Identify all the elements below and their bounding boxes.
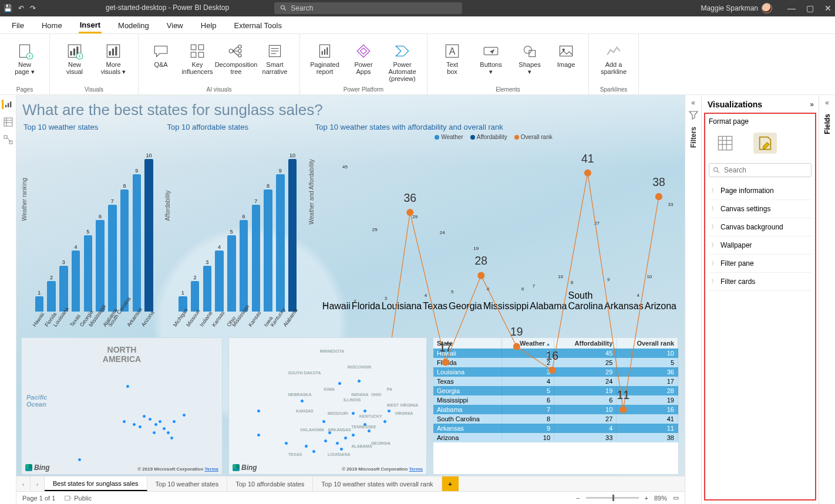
table-row[interactable]: Florida2255: [433, 358, 678, 367]
bar-group[interactable]: 710Alabama: [528, 141, 567, 312]
menu-tab-home[interactable]: Home: [41, 18, 63, 32]
terms-link[interactable]: Terms: [409, 466, 423, 472]
model-view-button[interactable]: [3, 135, 14, 144]
map-marker[interactable]: [172, 420, 176, 424]
bar-group[interactable]: 145Hawaii: [321, 141, 351, 312]
chart-combined[interactable]: Top 10 weather states with affordability…: [308, 123, 679, 334]
bar[interactable]: 7Kansas: [251, 198, 261, 312]
bar[interactable]: 8South Carolina: [119, 183, 130, 312]
map-us[interactable]: Bing © 2019 Microsoft Corporation Terms …: [228, 337, 427, 475]
bar[interactable]: 5Georgia: [83, 229, 93, 312]
expand-fields[interactable]: «: [825, 99, 829, 107]
bar[interactable]: 6Mississippi: [238, 214, 249, 312]
map-marker[interactable]: [304, 444, 308, 448]
map-marker[interactable]: [257, 409, 261, 413]
search-box[interactable]: Search: [274, 2, 462, 14]
smart-narr-button[interactable]: Smartnarrative: [256, 38, 294, 75]
map-marker[interactable]: [383, 420, 387, 424]
map-marker[interactable]: [78, 458, 82, 462]
map-marker[interactable]: [344, 436, 348, 440]
data-table[interactable]: StateWeather▲AffordabilityOverall rankHa…: [433, 337, 679, 475]
terms-link[interactable]: Terms: [205, 466, 218, 472]
table-row[interactable]: South Carolina82741: [433, 414, 678, 424]
bar[interactable]: 5Ohio: [226, 229, 237, 312]
format-search[interactable]: Search: [709, 163, 812, 177]
map-marker[interactable]: [367, 429, 371, 433]
bar[interactable]: 9Kentucky: [275, 168, 285, 312]
bar[interactable]: 4Texas: [70, 244, 81, 312]
bar-group[interactable]: 1033Arizona: [644, 141, 676, 312]
col-header[interactable]: Weather▲: [502, 338, 554, 349]
menu-tab-help[interactable]: Help: [200, 18, 218, 32]
bar-group[interactable]: 225Florida: [351, 141, 381, 312]
bar-group[interactable]: 827South Carolina: [567, 141, 603, 312]
add-sparkline-button[interactable]: Add asparkline: [595, 38, 632, 75]
bar-group[interactable]: 329Louisiana: [381, 141, 422, 312]
sensitivity-label[interactable]: Public: [65, 495, 92, 502]
zoom-out[interactable]: −: [576, 495, 580, 502]
new-page-button[interactable]: +Newpage ▾: [6, 38, 43, 75]
maximize-button[interactable]: ▢: [806, 4, 814, 13]
bar[interactable]: 9Arkansas: [132, 168, 142, 312]
map-marker[interactable]: [338, 381, 342, 385]
bar[interactable]: 4Kansas: [214, 244, 225, 312]
map-marker[interactable]: [138, 425, 142, 429]
menu-tab-external-tools[interactable]: External Tools: [233, 18, 283, 32]
tab-next[interactable]: ›: [31, 476, 45, 491]
map-marker[interactable]: [339, 447, 344, 451]
avatar[interactable]: [762, 3, 772, 13]
map-marker[interactable]: [387, 409, 391, 413]
format-page-mode[interactable]: [753, 133, 777, 154]
table-row[interactable]: Alabama71016: [433, 405, 678, 414]
bar-group[interactable]: 424Texas: [422, 141, 447, 312]
map-marker[interactable]: [126, 384, 130, 388]
bar[interactable]: 3Indiana: [202, 259, 213, 312]
table-row[interactable]: Mississippi6619: [433, 395, 678, 405]
map-marker[interactable]: [257, 433, 261, 437]
save-icon[interactable]: 💾: [4, 4, 12, 12]
bar-group[interactable]: 94Arkansas: [603, 141, 644, 312]
menu-tab-modeling[interactable]: Modeling: [117, 18, 150, 32]
bar[interactable]: 10Arizona: [144, 153, 154, 312]
minimize-button[interactable]: —: [787, 4, 796, 13]
format-section-canvas-background[interactable]: 〉Canvas background: [709, 218, 812, 236]
table-row[interactable]: Louisiana32936: [433, 367, 678, 377]
zoom-in[interactable]: +: [645, 495, 648, 502]
format-section-wallpaper[interactable]: 〉Wallpaper: [709, 236, 812, 255]
pag-report-button[interactable]: Paginatedreport: [306, 38, 344, 75]
tab-prev[interactable]: ‹: [16, 476, 31, 491]
power-apps-button[interactable]: PowerApps: [345, 38, 382, 75]
col-header[interactable]: Affordability: [554, 338, 617, 349]
bar[interactable]: 1Hawaii: [34, 290, 45, 312]
map-marker[interactable]: [335, 441, 339, 445]
format-section-canvas-settings[interactable]: 〉Canvas settings: [709, 200, 812, 218]
expand-filters[interactable]: «: [691, 99, 695, 107]
bar[interactable]: 8Iowa: [263, 183, 274, 312]
close-button[interactable]: ✕: [824, 4, 831, 13]
table-row[interactable]: Georgia51928: [433, 386, 678, 395]
bar[interactable]: 7Alabama: [107, 198, 118, 312]
redo-icon[interactable]: ↷: [30, 4, 36, 12]
report-canvas[interactable]: What are the best states for sunglass sa…: [16, 95, 685, 476]
key-inf-button[interactable]: Keyinfluencers: [179, 38, 216, 75]
map-marker[interactable]: [148, 417, 152, 421]
text-box-button[interactable]: ATextbox: [433, 38, 471, 75]
filters-label[interactable]: Filters: [689, 127, 698, 148]
fit-page-icon[interactable]: ▭: [673, 494, 679, 502]
bar[interactable]: 3Louisiana: [59, 259, 69, 312]
bar[interactable]: 2Florida: [46, 275, 57, 312]
decomp-button[interactable]: Decompositiontree: [217, 38, 255, 75]
map-marker[interactable]: [182, 413, 186, 417]
more-visuals-button[interactable]: Morevisuals ▾: [95, 38, 132, 75]
table-row[interactable]: Hawaii14510: [433, 349, 678, 358]
bar[interactable]: 1Michigan: [177, 290, 188, 312]
page-tab[interactable]: Best states for sunglass sales: [45, 476, 147, 491]
bar[interactable]: 10Alabama: [287, 153, 298, 312]
map-marker[interactable]: [132, 422, 136, 427]
table-row[interactable]: Arizona103338: [433, 433, 678, 442]
page-tab[interactable]: Top 10 affordable states: [227, 476, 313, 491]
shapes-button[interactable]: Shapes▾: [511, 38, 548, 75]
map-marker[interactable]: [357, 379, 361, 383]
table-row[interactable]: Arkansas9411: [433, 424, 678, 433]
map-marker[interactable]: [351, 411, 355, 415]
